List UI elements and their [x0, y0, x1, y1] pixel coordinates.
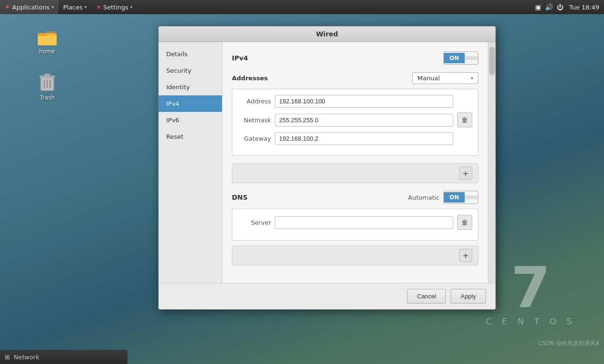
centos-text: C E N T O S — [485, 316, 576, 326]
network-icon: ⊞ — [5, 354, 10, 361]
network-label: Network — [14, 354, 39, 361]
gateway-field-row: Gateway — [238, 132, 472, 145]
dns-auto-area: Automatic ON — [408, 191, 478, 204]
server-input[interactable] — [275, 216, 453, 229]
toggle-on-label: ON — [444, 53, 465, 63]
server-delete-icon: 🗑 — [461, 219, 468, 226]
scrollbar-thumb[interactable] — [489, 47, 495, 75]
dns-label: DNS — [232, 194, 247, 201]
dialog-body: Details Security Identity IPv4 IPv6 Rese… — [159, 42, 495, 283]
settings-label: Settings — [103, 4, 128, 11]
settings-icon: ✕ — [96, 4, 102, 11]
applications-arrow: ▾ — [51, 5, 54, 9]
taskbar-bottom: ⊞ Network — [0, 350, 128, 364]
places-arrow: ▾ — [85, 5, 87, 9]
volume-icon: 🔊 — [545, 3, 553, 11]
applications-icon: ✦ — [5, 3, 10, 11]
add-icon: + — [462, 169, 468, 178]
server-field-label: Server — [238, 219, 271, 226]
dns-toggle[interactable]: ON — [443, 191, 478, 204]
clock-label: Tue 18:49 — [569, 4, 599, 11]
ipv4-title: IPv4 — [232, 54, 248, 62]
dns-toggle-off — [465, 195, 478, 199]
netmask-field-label: Netmask — [238, 117, 271, 124]
settings-menu[interactable]: ✕ Settings ▾ — [92, 0, 137, 14]
taskbar-top: ✦ Applications ▾ Places ▾ ✕ Settings ▾ ▣… — [0, 0, 604, 14]
address-add-button[interactable]: + — [459, 167, 472, 180]
server-field-row: Server 🗑 — [238, 215, 472, 230]
dns-toggle-on: ON — [444, 192, 465, 203]
display-icon: ▣ — [535, 3, 541, 11]
dns-automatic-label: Automatic — [408, 194, 440, 201]
dropdown-arrow: ▾ — [471, 76, 473, 81]
dialog-sidebar: Details Security Identity IPv4 IPv6 Rese… — [159, 42, 222, 283]
applications-menu[interactable]: ✦ Applications ▾ — [0, 0, 59, 14]
ipv4-toggle[interactable]: ON — [443, 51, 478, 65]
places-label: Places — [63, 4, 83, 11]
power-icon: ⏻ — [557, 3, 563, 11]
apply-button[interactable]: Apply — [451, 289, 486, 304]
address-input[interactable] — [275, 95, 453, 108]
sidebar-item-security[interactable]: Security — [159, 62, 222, 79]
sidebar-item-ipv4[interactable]: IPv4 — [159, 95, 222, 112]
gateway-field-label: Gateway — [238, 135, 271, 142]
gateway-input[interactable] — [275, 132, 453, 145]
trash-svg — [36, 70, 59, 93]
dns-add-bar: + — [232, 245, 478, 265]
addresses-row: Addresses Manual ▾ — [232, 72, 478, 84]
server-delete-button[interactable]: 🗑 — [457, 215, 472, 230]
svg-rect-3 — [38, 34, 46, 36]
svg-rect-7 — [44, 74, 50, 76]
sidebar-item-reset[interactable]: Reset — [159, 128, 222, 145]
dns-add-icon: + — [462, 251, 468, 260]
addresses-mode-dropdown[interactable]: Manual ▾ — [412, 72, 478, 84]
dns-header: DNS Automatic ON — [232, 191, 478, 204]
address-fields-box: Address Netmask 🗑 Gateway — [232, 89, 478, 156]
applications-label: Applications — [12, 4, 50, 11]
toggle-off-area — [465, 56, 478, 60]
csdn-watermark: CSDN @依然是那通风4 — [538, 339, 599, 347]
centos-number: 7 — [485, 260, 576, 316]
address-field-row: Address — [238, 95, 472, 108]
centos-watermark: 7 C E N T O S — [485, 260, 576, 326]
settings-arrow: ▾ — [130, 5, 133, 9]
places-menu[interactable]: Places ▾ — [59, 0, 92, 14]
scrollbar-track[interactable] — [488, 42, 495, 283]
dns-add-button[interactable]: + — [459, 249, 472, 262]
address-field-label: Address — [238, 98, 271, 105]
wired-dialog: Wired Details Security Identity IPv4 IPv… — [158, 26, 496, 310]
tray-icons: ▣ 🔊 ⏻ — [535, 3, 563, 11]
netmask-delete-button[interactable]: 🗑 — [457, 112, 472, 127]
ipv4-header: IPv4 ON — [232, 51, 478, 65]
sidebar-item-identity[interactable]: Identity — [159, 79, 222, 95]
sidebar-item-ipv6[interactable]: IPv6 — [159, 112, 222, 128]
dialog-title: Wired — [159, 26, 495, 42]
netmask-field-row: Netmask 🗑 — [238, 112, 472, 127]
server-fields-box: Server 🗑 — [232, 209, 478, 241]
sidebar-item-details[interactable]: Details — [159, 46, 222, 62]
home-icon[interactable]: home — [28, 24, 66, 55]
address-add-bar: + — [232, 163, 478, 183]
addresses-mode-value: Manual — [417, 75, 440, 82]
home-folder-svg — [36, 24, 59, 46]
clock-area: ▣ 🔊 ⏻ Tue 18:49 — [530, 3, 604, 11]
trash-icon[interactable]: Trash — [28, 70, 66, 101]
netmask-input[interactable] — [275, 114, 453, 127]
dialog-footer: Cancel Apply — [159, 283, 495, 309]
cancel-button[interactable]: Cancel — [407, 289, 446, 304]
addresses-label: Addresses — [232, 75, 268, 82]
svg-rect-2 — [38, 36, 57, 45]
trash-label: Trash — [40, 94, 55, 101]
dialog-content: IPv4 ON Addresses Manual ▾ Address — [222, 42, 488, 283]
home-label: home — [39, 48, 55, 55]
delete-icon: 🗑 — [461, 116, 468, 124]
